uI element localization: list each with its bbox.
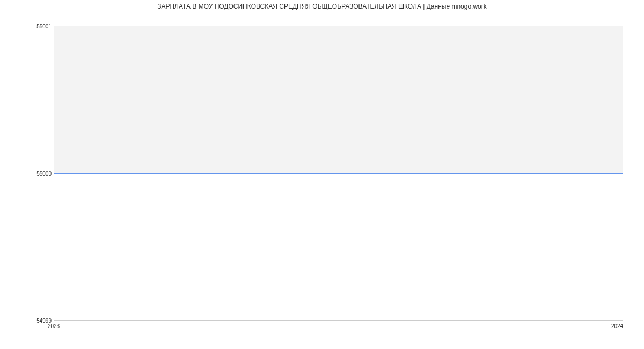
y-tick-label: 55000 xyxy=(36,171,52,177)
plot-area xyxy=(54,26,623,321)
x-tick-label: 2024 xyxy=(611,323,623,329)
area-fill xyxy=(54,26,623,173)
chart-title: ЗАРПЛАТА В МОУ ПОДОСИНКОВСКАЯ СРЕДНЯЯ ОБ… xyxy=(0,3,644,10)
y-tick-label: 55001 xyxy=(36,24,52,30)
data-line xyxy=(54,173,623,174)
y-tick-label: 54999 xyxy=(36,318,52,324)
chart-container: ЗАРПЛАТА В МОУ ПОДОСИНКОВСКАЯ СРЕДНЯЯ ОБ… xyxy=(0,0,644,349)
x-tick-label: 2023 xyxy=(48,323,60,329)
